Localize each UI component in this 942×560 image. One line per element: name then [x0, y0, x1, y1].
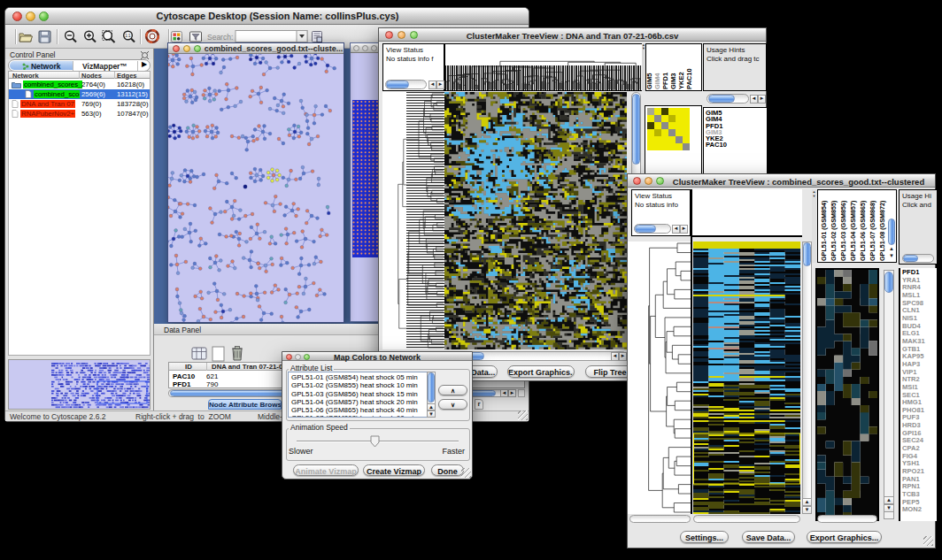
svg-text:1:1: 1:1 — [125, 34, 131, 38]
svg-text:Search:: Search: — [207, 33, 233, 42]
